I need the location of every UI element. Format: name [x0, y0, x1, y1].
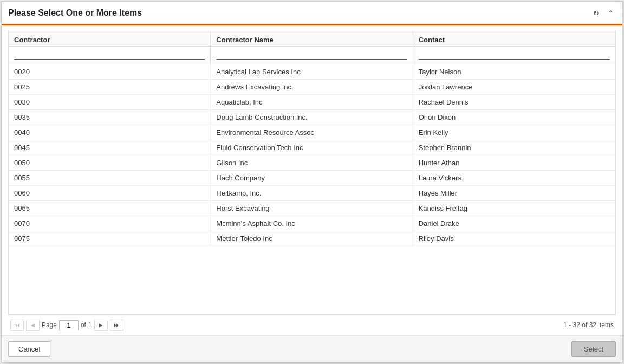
dialog-footer: Cancel Select [2, 335, 622, 362]
items-summary: 1 - 32 of 32 items [563, 321, 614, 329]
cell-contractor: 0070 [9, 216, 211, 231]
cancel-button[interactable]: Cancel [8, 341, 50, 357]
header-icons: ↻ ⌃ [591, 8, 616, 18]
cell-name: Horst Excavating [211, 201, 413, 216]
table-row[interactable]: 0045Fluid Conservation Tech IncStephen B… [9, 140, 615, 155]
table-row[interactable]: 0035Doug Lamb Construction Inc.Orion Dix… [9, 110, 615, 125]
cell-contact: Laura Vickers [413, 171, 615, 185]
last-page-button[interactable]: ⏭ [110, 320, 123, 331]
cell-contact: Hayes Miller [413, 186, 615, 200]
of-label: of [81, 321, 86, 329]
cell-name: Mettler-Toledo Inc [211, 231, 413, 246]
cell-name: Environmental Resource Assoc [211, 125, 413, 140]
cell-contact: Jordan Lawrence [413, 80, 615, 94]
cell-name: Aquaticlab, Inc [211, 95, 413, 109]
cell-name: Gilson Inc [211, 155, 413, 170]
pagination-left: ⏮ ◄ Page of 1 ► ⏭ [10, 320, 123, 331]
cell-contractor: 0035 [9, 110, 211, 125]
filter-cell-contact [413, 47, 615, 64]
table-row[interactable]: 0070Mcminn's Asphalt Co. IncDaniel Drake [9, 216, 615, 231]
grid-filter-row [9, 47, 615, 64]
table-row[interactable]: 0050Gilson IncHunter Athan [9, 155, 615, 171]
cell-contractor: 0025 [9, 80, 211, 94]
table-row[interactable]: 0025Andrews Excavating Inc.Jordan Lawren… [9, 80, 615, 95]
cell-contractor: 0055 [9, 171, 211, 185]
cell-name: Doug Lamb Construction Inc. [211, 110, 413, 125]
filter-cell-name [211, 47, 413, 64]
first-page-button[interactable]: ⏮ [10, 320, 24, 331]
cell-contractor: 0060 [9, 186, 211, 200]
dialog-header: Please Select One or More Items ↻ ⌃ [2, 2, 622, 25]
select-button[interactable]: Select [571, 341, 616, 357]
cell-name: Fluid Conservation Tech Inc [211, 140, 413, 155]
grid-header: Contractor Contractor Name Contact [9, 31, 615, 47]
page-number-input[interactable] [59, 320, 79, 330]
collapse-icon: ⌃ [608, 9, 614, 17]
table-row[interactable]: 0030Aquaticlab, IncRachael Dennis [9, 95, 615, 110]
filter-input-contractor[interactable] [14, 49, 205, 60]
table-row[interactable]: 0065Horst ExcavatingKandiss Freitag [9, 201, 615, 216]
cell-contractor: 0040 [9, 125, 211, 140]
table-row[interactable]: 0020Analytical Lab Services IncTaylor Ne… [9, 64, 615, 80]
cell-contractor: 0020 [9, 64, 211, 79]
cell-contact: Taylor Nelson [413, 64, 615, 79]
grid-container: Contractor Contractor Name Contact 002 [8, 31, 616, 315]
cell-contractor: 0030 [9, 95, 211, 109]
col-header-contact: Contact [413, 31, 615, 46]
dialog-title: Please Select One or More Items [8, 8, 142, 18]
refresh-button[interactable]: ↻ [591, 8, 601, 18]
grid-body[interactable]: 0020Analytical Lab Services IncTaylor Ne… [9, 64, 615, 314]
table-row[interactable]: 0075Mettler-Toledo IncRiley Davis [9, 231, 615, 246]
next-page-button[interactable]: ► [94, 320, 108, 331]
select-items-dialog: Please Select One or More Items ↻ ⌃ Cont… [1, 1, 623, 363]
cell-contractor: 0065 [9, 201, 211, 216]
cell-name: Andrews Excavating Inc. [211, 80, 413, 94]
pagination-bar: ⏮ ◄ Page of 1 ► ⏭ 1 - 32 of 32 items [8, 315, 616, 335]
table-row[interactable]: 0060Heitkamp, Inc.Hayes Miller [9, 186, 615, 201]
cell-contractor: 0075 [9, 231, 211, 246]
prev-page-button[interactable]: ◄ [26, 320, 40, 331]
cell-contact: Kandiss Freitag [413, 201, 615, 216]
cell-contact: Orion Dixon [413, 110, 615, 125]
page-label: Page [42, 321, 57, 329]
cell-contact: Rachael Dennis [413, 95, 615, 109]
cell-contact: Daniel Drake [413, 216, 615, 231]
cell-contact: Erin Kelly [413, 125, 615, 140]
total-pages: 1 [88, 321, 92, 329]
cell-contact: Riley Davis [413, 231, 615, 246]
col-header-name: Contractor Name [211, 31, 413, 46]
filter-input-name[interactable] [216, 49, 407, 60]
refresh-icon: ↻ [593, 9, 599, 17]
filter-input-contact[interactable] [419, 49, 610, 60]
col-header-contractor: Contractor [9, 31, 211, 46]
cell-name: Analytical Lab Services Inc [211, 64, 413, 79]
cell-name: Heitkamp, Inc. [211, 186, 413, 200]
cell-name: Mcminn's Asphalt Co. Inc [211, 216, 413, 231]
cell-name: Hach Company [211, 171, 413, 185]
collapse-button[interactable]: ⌃ [606, 8, 616, 18]
dialog-body: Contractor Contractor Name Contact 002 [2, 25, 622, 335]
cell-contractor: 0045 [9, 140, 211, 155]
table-row[interactable]: 0040Environmental Resource AssocErin Kel… [9, 125, 615, 140]
table-row[interactable]: 0055Hach CompanyLaura Vickers [9, 171, 615, 186]
cell-contact: Stephen Brannin [413, 140, 615, 155]
cell-contact: Hunter Athan [413, 155, 615, 170]
filter-cell-contractor [9, 47, 211, 64]
cell-contractor: 0050 [9, 155, 211, 170]
